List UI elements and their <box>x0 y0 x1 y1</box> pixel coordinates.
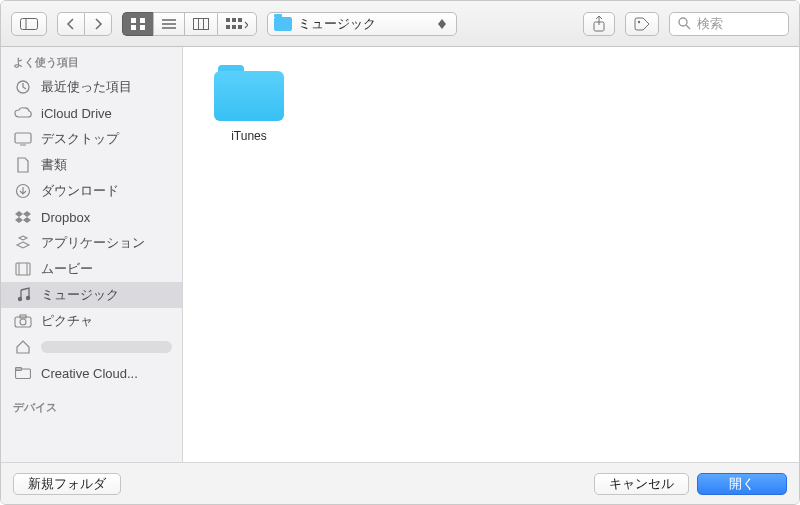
svg-rect-27 <box>16 263 30 275</box>
chevron-left-icon <box>66 18 76 30</box>
sidebar-item-documents[interactable]: 書類 <box>1 152 182 178</box>
new-folder-button[interactable]: 新規フォルダ <box>13 473 121 495</box>
svg-rect-15 <box>226 25 230 29</box>
sidebar-item-pictures[interactable]: ピクチャ <box>1 308 182 334</box>
share-icon <box>592 16 606 32</box>
sidebar-item-applications[interactable]: アプリケーション <box>1 230 182 256</box>
dialog-footer: 新規フォルダ キャンセル 開く <box>1 462 799 504</box>
icon-grid: iTunes <box>183 47 799 161</box>
svg-rect-16 <box>232 25 236 29</box>
sidebar-item-label: アプリケーション <box>41 234 145 252</box>
svg-rect-13 <box>232 18 236 22</box>
chevron-right-icon <box>93 18 103 30</box>
sidebar-item-downloads[interactable]: ダウンロード <box>1 178 182 204</box>
sidebar-item-label: Creative Cloud... <box>41 366 138 381</box>
view-gallery-button[interactable] <box>217 12 257 36</box>
music-icon <box>13 287 33 303</box>
list-icon <box>162 18 176 30</box>
sidebar-toggle-button[interactable] <box>11 12 47 36</box>
svg-point-31 <box>26 296 30 300</box>
cancel-button[interactable]: キャンセル <box>594 473 689 495</box>
sidebar-item-label: ムービー <box>41 260 93 278</box>
tags-button[interactable] <box>625 12 659 36</box>
search-icon <box>678 17 691 30</box>
view-columns-button[interactable] <box>184 12 217 36</box>
clock-icon <box>13 79 33 95</box>
path-selector[interactable]: ミュージック <box>267 12 457 36</box>
folder-item-itunes[interactable]: iTunes <box>207 65 291 143</box>
svg-rect-12 <box>226 18 230 22</box>
folder-icon <box>274 17 292 31</box>
sidebar-devices-header: デバイス <box>1 392 182 419</box>
nav-group <box>57 12 112 36</box>
cloud-icon <box>13 106 33 120</box>
svg-point-20 <box>638 20 640 22</box>
view-icons-button[interactable] <box>122 12 153 36</box>
path-label: ミュージック <box>298 15 376 33</box>
search-field[interactable]: 検索 <box>669 12 789 36</box>
svg-rect-0 <box>21 18 38 29</box>
camera-icon <box>13 314 33 328</box>
view-list-button[interactable] <box>153 12 184 36</box>
forward-button[interactable] <box>84 12 112 36</box>
sidebar-favorites-header: よく使う項目 <box>1 47 182 74</box>
back-button[interactable] <box>57 12 84 36</box>
sidebar-item-music[interactable]: ミュージック <box>1 282 182 308</box>
svg-rect-17 <box>238 25 242 29</box>
sidebar-item-desktop[interactable]: デスクトップ <box>1 126 182 152</box>
file-label: iTunes <box>231 129 267 143</box>
svg-rect-5 <box>140 25 145 30</box>
home-icon <box>13 340 33 354</box>
svg-rect-14 <box>238 18 242 22</box>
download-icon <box>13 183 33 199</box>
sidebar-item-recents[interactable]: 最近使った項目 <box>1 74 182 100</box>
grid-icon <box>131 18 145 30</box>
sidebar: よく使う項目 最近使った項目 iCloud Drive デスクトップ 書類 <box>1 47 183 462</box>
sidebar-item-home[interactable] <box>1 334 182 360</box>
stepper-icon <box>434 19 450 29</box>
dialog-body: よく使う項目 最近使った項目 iCloud Drive デスクトップ 書類 <box>1 47 799 462</box>
columns-icon <box>193 18 209 30</box>
apps-icon <box>13 235 33 251</box>
svg-point-34 <box>20 319 26 325</box>
svg-rect-4 <box>131 25 136 30</box>
sidebar-favorites-list: 最近使った項目 iCloud Drive デスクトップ 書類 ダウンロード <box>1 74 182 386</box>
share-button[interactable] <box>583 12 615 36</box>
doc-icon <box>13 157 33 173</box>
sidebar-item-label: ピクチャ <box>41 312 93 330</box>
sidebar-item-label: デスクトップ <box>41 130 119 148</box>
folder-icon <box>13 367 33 379</box>
tag-icon <box>634 17 650 31</box>
dropbox-icon <box>13 210 33 224</box>
sidebar-item-dropbox[interactable]: Dropbox <box>1 204 182 230</box>
svg-point-21 <box>679 18 687 26</box>
gallery-icon <box>226 18 248 30</box>
svg-rect-2 <box>131 18 136 23</box>
svg-line-22 <box>686 25 690 29</box>
search-placeholder: 検索 <box>697 15 723 33</box>
svg-rect-24 <box>15 133 31 143</box>
sidebar-item-label: 書類 <box>41 156 67 174</box>
redacted-label <box>41 341 172 353</box>
desktop-icon <box>13 132 33 146</box>
svg-rect-9 <box>194 18 209 29</box>
view-mode-group <box>122 12 257 36</box>
sidebar-item-creative-cloud[interactable]: Creative Cloud... <box>1 360 182 386</box>
open-dialog: ミュージック 検索 よく使う項目 最近使った項目 <box>0 0 800 505</box>
file-browser[interactable]: iTunes <box>183 47 799 462</box>
open-button[interactable]: 開く <box>697 473 787 495</box>
sidebar-item-label: 最近使った項目 <box>41 78 132 96</box>
sidebar-item-label: ダウンロード <box>41 182 119 200</box>
svg-rect-3 <box>140 18 145 23</box>
sidebar-item-movies[interactable]: ムービー <box>1 256 182 282</box>
sidebar-item-icloud[interactable]: iCloud Drive <box>1 100 182 126</box>
toolbar: ミュージック 検索 <box>1 1 799 47</box>
sidebar-item-label: Dropbox <box>41 210 90 225</box>
folder-icon <box>214 65 284 121</box>
sidebar-item-label: ミュージック <box>41 286 119 304</box>
sidebar-icon <box>20 18 38 30</box>
movie-icon <box>13 262 33 276</box>
sidebar-item-label: iCloud Drive <box>41 106 112 121</box>
